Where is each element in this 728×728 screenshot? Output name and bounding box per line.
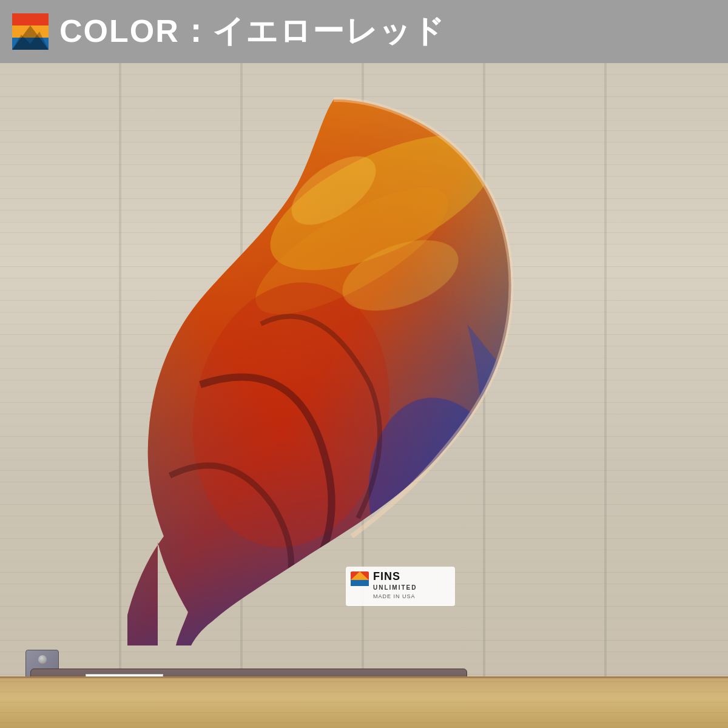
color-header-text: COLOR：イエローレッド [59,10,445,53]
svg-text:MADE IN USA: MADE IN USA [373,593,416,599]
shelf [0,676,728,728]
svg-text:FINS: FINS [373,570,400,582]
svg-rect-0 [12,13,49,25]
mount-bolt-top [38,655,47,664]
svg-rect-13 [351,580,369,586]
main-image-area: FINS UNLIMITED MADE IN USA 9.5 DOBSON PE… [0,63,728,728]
header-bar: COLOR：イエローレッド [0,0,728,63]
shelf-grain [0,676,728,728]
fin-brand-logo: FINS UNLIMITED MADE IN USA [346,567,455,606]
fin-svg: FINS UNLIMITED MADE IN USA [79,81,613,682]
svg-text:UNLIMITED: UNLIMITED [373,584,417,591]
color-swatch-icon [12,13,49,50]
fin-container: FINS UNLIMITED MADE IN USA [79,81,613,682]
